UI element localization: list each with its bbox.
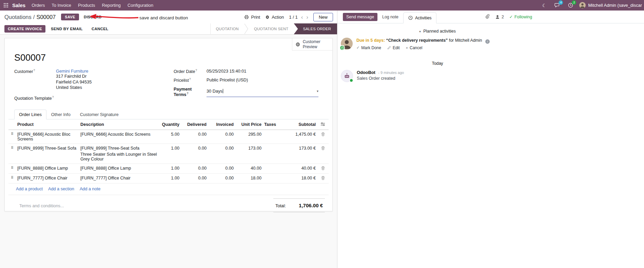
add-a-section-link[interactable]: Add a section — [48, 187, 74, 191]
top-navbar: Sales Orders To Invoice Products Reporti… — [0, 0, 644, 11]
printer-icon — [244, 15, 249, 19]
cancel-activity-button[interactable]: × Cancel — [406, 45, 423, 50]
optional-columns-icon[interactable] — [320, 122, 325, 127]
odoobot-avatar[interactable] — [341, 70, 353, 82]
column-subtotal[interactable]: Subtotal — [285, 119, 317, 130]
user-avatar — [579, 2, 586, 8]
column-delivered[interactable]: Delivered — [181, 119, 208, 130]
help-icon: ? — [189, 77, 191, 81]
print-button[interactable]: Print — [244, 15, 260, 20]
action-button[interactable]: Action — [265, 15, 284, 20]
menu-orders[interactable]: Orders — [28, 0, 48, 11]
drag-handle-icon[interactable]: ⠿ — [8, 130, 16, 143]
message-timestamp: - 9 minutes ago — [378, 71, 404, 75]
dark-mode-moon-icon[interactable]: ☾ — [538, 0, 551, 11]
globe-icon — [296, 42, 300, 47]
table-row[interactable]: ⠿ [FURN_7777] Office Chair [FURN_7777] O… — [8, 173, 329, 183]
robot-icon — [343, 72, 351, 80]
text-cursor — [223, 89, 223, 93]
app-name[interactable]: Sales — [12, 2, 25, 8]
check-icon: ✓ — [356, 45, 359, 50]
table-row[interactable]: ⠿ [FURN_8999] Three-Seat Sofa [FURN_8999… — [8, 143, 329, 164]
payment-terms-input[interactable]: 30 Days ▾ — [207, 87, 318, 97]
customer-label: Customer? — [14, 69, 56, 91]
status-step-quotation[interactable]: QUOTATION — [211, 23, 244, 34]
activity-avatar[interactable] — [341, 38, 353, 50]
tab-order-lines[interactable]: Order Lines — [14, 110, 46, 119]
column-taxes[interactable]: Taxes — [263, 119, 285, 130]
drag-handle-icon[interactable]: ⠿ — [8, 173, 16, 183]
message-author[interactable]: OdooBot — [357, 70, 375, 75]
attachments-icon[interactable] — [485, 14, 490, 20]
order-date-value[interactable]: 05/25/2023 15:40:01 — [207, 69, 246, 74]
activities-tab[interactable]: Activities — [403, 12, 437, 23]
cancel-button[interactable]: CANCEL — [88, 25, 112, 33]
activities-badge: 2 — [572, 0, 576, 5]
delete-line-icon[interactable] — [321, 146, 325, 151]
column-quantity[interactable]: Quantity — [158, 119, 181, 130]
messages-icon[interactable]: 4 — [550, 0, 564, 11]
user-name: Mitchell Admin (save_discar — [588, 3, 642, 8]
date-separator: Today — [337, 61, 538, 66]
edit-activity-button[interactable]: Edit — [387, 45, 400, 50]
terms-and-conditions-placeholder[interactable]: Terms and conditions... — [19, 198, 64, 212]
new-button[interactable]: New — [313, 13, 333, 21]
activity-clock-badge — [339, 45, 345, 51]
delete-line-icon[interactable] — [321, 166, 325, 171]
help-icon: ? — [52, 95, 54, 99]
column-unit-price[interactable]: Unit Price — [235, 119, 263, 130]
column-product[interactable]: Product — [16, 119, 79, 130]
payment-terms-field: Payment Terms? 30 Days ▾ — [174, 87, 323, 97]
pager-previous-icon[interactable]: ‹ — [301, 14, 303, 20]
menu-products[interactable]: Products — [75, 0, 99, 11]
create-invoice-button[interactable]: CREATE INVOICE — [4, 25, 45, 33]
activities-clock-icon[interactable]: 2 — [564, 0, 577, 11]
save-button[interactable]: SAVE — [61, 14, 79, 20]
apps-menu-button[interactable] — [0, 0, 12, 11]
planned-activities-header[interactable]: ▾ Planned activities — [337, 29, 538, 34]
chatter-body: ▾ Planned activities Due in 5 — [337, 23, 538, 82]
send-message-button[interactable]: Send message — [343, 13, 377, 21]
list-footer-links: Add a product Add a section Add a note — [8, 184, 329, 195]
form-sheet: Customer Preview S00007 Customer? Gemini… — [4, 38, 333, 211]
pager-next-icon[interactable]: › — [306, 14, 308, 20]
followers-button[interactable]: 2 — [495, 15, 504, 19]
add-a-note-link[interactable]: Add a note — [80, 187, 100, 191]
column-description[interactable]: Description — [79, 119, 158, 130]
following-button[interactable]: ✓ Following — [509, 15, 532, 19]
breadcrumb-quotations[interactable]: Quotations — [4, 14, 32, 20]
chevron-down-icon[interactable]: ▾ — [317, 89, 318, 93]
quotation-template-field[interactable]: Quotation Template? — [14, 95, 174, 101]
order-lines-table: Product Description Quantity Delivered I… — [8, 119, 329, 184]
customer-preview-button[interactable]: Customer Preview — [292, 38, 332, 51]
menu-to-invoice[interactable]: To Invoice — [48, 0, 75, 11]
table-row[interactable]: ⠿ [FURN_8888] Office Lamp [FURN_8888] Of… — [8, 164, 329, 173]
help-icon: ? — [187, 92, 188, 95]
table-row[interactable]: ⠿ [FURN_6666] Acoustic Bloc Screens [FUR… — [8, 130, 329, 143]
message-item: OdooBot - 9 minutes ago Sales Order crea… — [337, 70, 538, 82]
add-a-product-link[interactable]: Add a product — [16, 187, 43, 191]
column-invoiced[interactable]: Invoiced — [208, 119, 235, 130]
status-step-quotation-sent[interactable]: QUOTATION SENT — [249, 23, 294, 34]
drag-handle-icon[interactable]: ⠿ — [8, 164, 16, 173]
send-by-email-button[interactable]: SEND BY EMAIL — [47, 25, 86, 33]
log-note-button[interactable]: Log note — [382, 15, 398, 19]
delete-line-icon[interactable] — [321, 132, 325, 137]
discard-button[interactable]: DISCARD — [80, 14, 105, 20]
drag-handle-icon[interactable]: ⠿ — [8, 143, 16, 164]
menu-reporting[interactable]: Reporting — [98, 0, 124, 11]
info-icon[interactable]: i — [485, 39, 490, 44]
customer-link[interactable]: Gemini Furniture — [56, 69, 88, 74]
delete-line-icon[interactable] — [321, 176, 325, 181]
tab-customer-signature[interactable]: Customer Signature — [75, 110, 123, 119]
pricelist-value[interactable]: Public Pricelist (USD) — [207, 77, 248, 83]
menu-configuration[interactable]: Configuration — [124, 0, 157, 11]
messages-badge: 4 — [559, 0, 563, 5]
activity-due-text: Due in 5 days: — [356, 38, 385, 43]
user-menu[interactable]: Mitchell Admin (save_discar — [577, 2, 644, 8]
pricelist-field: Pricelist? Public Pricelist (USD) — [174, 77, 323, 83]
status-step-sales-order[interactable]: SALES ORDER — [294, 23, 337, 34]
form-view: Customer Preview S00007 Customer? Gemini… — [0, 35, 337, 268]
tab-other-info[interactable]: Other Info — [46, 110, 75, 119]
mark-done-button[interactable]: ✓ Mark Done — [356, 45, 381, 50]
